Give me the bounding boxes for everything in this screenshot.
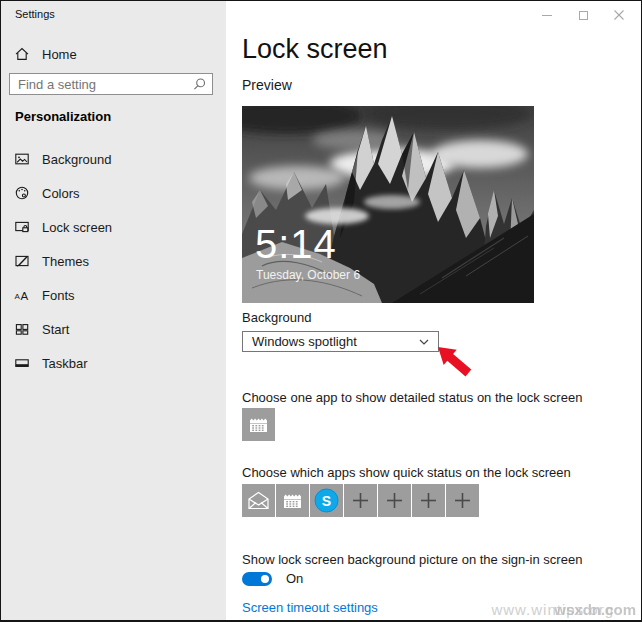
signin-toggle[interactable] — [242, 572, 272, 586]
quick-status-apps: S — [242, 484, 480, 517]
maximize-icon — [579, 11, 588, 20]
toggle-knob — [261, 575, 269, 583]
detailed-status-label: Choose one app to show detailed status o… — [242, 390, 582, 405]
sidebar-item-label: Lock screen — [42, 220, 112, 235]
home-icon — [14, 46, 30, 62]
sidebar-section-personalization: Personalization — [15, 109, 111, 124]
sidebar-item-label: Colors — [42, 186, 80, 201]
calendar-app-tile[interactable] — [242, 408, 275, 441]
palette-icon — [14, 185, 30, 201]
maximize-button[interactable] — [565, 1, 601, 29]
sidebar-item-taskbar[interactable]: Taskbar — [1, 346, 226, 380]
settings-window: Settings Home Personalization — [0, 0, 642, 622]
skype-app-tile[interactable]: S — [310, 484, 343, 517]
sidebar: Settings Home Personalization — [1, 1, 226, 620]
add-app-tile[interactable] — [412, 484, 445, 517]
chevron-down-icon — [419, 339, 429, 345]
add-icon — [446, 484, 479, 517]
add-app-tile[interactable] — [378, 484, 411, 517]
quick-status-label: Choose which apps show quick status on t… — [242, 465, 571, 480]
preview-label: Preview — [242, 77, 292, 93]
add-icon — [378, 484, 411, 517]
add-icon — [412, 484, 445, 517]
svg-text:A: A — [21, 290, 29, 302]
signin-toggle-row: On — [242, 571, 303, 586]
watermark-overlay: wsxdn.com — [554, 601, 636, 618]
background-label: Background — [242, 310, 311, 325]
background-dropdown-value: Windows spotlight — [252, 334, 357, 349]
lock-screen-icon — [14, 219, 30, 235]
detailed-status-apps — [242, 408, 276, 441]
calendar-icon — [249, 415, 268, 434]
mail-icon — [247, 491, 270, 510]
add-app-tile[interactable] — [344, 484, 377, 517]
preview-date: Tuesday, October 6 — [256, 268, 360, 282]
themes-icon — [14, 253, 30, 269]
sidebar-item-fonts[interactable]: A A Fonts — [1, 278, 226, 312]
sidebar-home-label: Home — [42, 47, 77, 62]
image-icon — [14, 151, 30, 167]
minimize-icon — [542, 15, 552, 16]
sidebar-item-label: Themes — [42, 254, 89, 269]
svg-text:S: S — [322, 493, 331, 509]
sidebar-item-background[interactable]: Background — [1, 142, 226, 176]
sidebar-item-label: Fonts — [42, 288, 75, 303]
close-button[interactable] — [601, 1, 637, 29]
lock-screen-preview-image: 5:14 Tuesday, October 6 — [242, 106, 534, 303]
signin-toggle-label: Show lock screen background picture on t… — [242, 552, 582, 567]
search-box — [9, 73, 213, 95]
sidebar-item-label: Start — [42, 322, 69, 337]
sidebar-item-colors[interactable]: Colors — [1, 176, 226, 210]
sidebar-nav: Background Colors Lock screen — [1, 142, 226, 380]
mail-app-tile[interactable] — [242, 484, 275, 517]
sidebar-item-label: Taskbar — [42, 356, 88, 371]
background-dropdown[interactable]: Windows spotlight — [242, 331, 439, 352]
sidebar-item-start[interactable]: Start — [1, 312, 226, 346]
preview-time: 5:14 — [255, 222, 337, 266]
screen-timeout-settings-link[interactable]: Screen timeout settings — [242, 600, 378, 615]
sidebar-item-lock-screen[interactable]: Lock screen — [1, 210, 226, 244]
sidebar-item-themes[interactable]: Themes — [1, 244, 226, 278]
window-title: Settings — [15, 8, 55, 20]
watermark: www.wintips.org wsxdn.com — [466, 598, 636, 618]
signin-toggle-state: On — [286, 571, 303, 586]
window-controls — [529, 1, 637, 29]
page-title: Lock screen — [242, 34, 388, 65]
search-input[interactable] — [10, 74, 212, 94]
sidebar-item-home[interactable]: Home — [1, 39, 226, 69]
add-icon — [344, 484, 377, 517]
taskbar-icon — [14, 355, 30, 371]
search-icon — [192, 77, 207, 92]
skype-icon: S — [310, 484, 343, 517]
minimize-button[interactable] — [529, 1, 565, 29]
calendar-app-tile[interactable] — [276, 484, 309, 517]
sidebar-item-label: Background — [42, 152, 111, 167]
start-icon — [14, 321, 30, 337]
watermark-site: www.wintips.org — [491, 601, 614, 618]
add-app-tile[interactable] — [446, 484, 479, 517]
fonts-icon: A A — [14, 287, 30, 303]
close-icon — [614, 10, 624, 20]
calendar-icon — [283, 491, 302, 510]
